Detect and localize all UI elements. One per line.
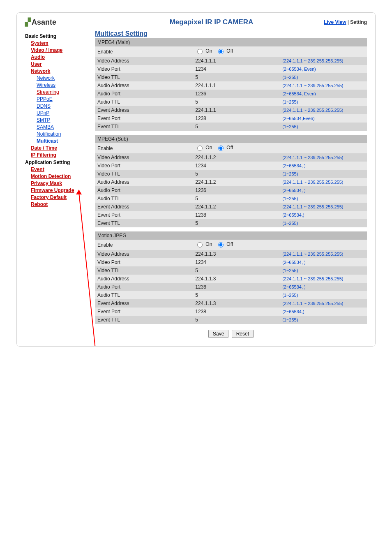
nav-firmware-upgrade[interactable]: Firmware Upgrade — [31, 187, 95, 193]
row-label: Video TTL — [95, 73, 193, 81]
logo-text: Asante — [32, 18, 56, 26]
row-label: Video TTL — [95, 266, 193, 275]
nav-audio[interactable]: Audio — [31, 54, 95, 60]
row-hint: (1~255) — [280, 219, 367, 227]
enable-on-radio[interactable] — [197, 49, 203, 54]
row-hint: (224.1.1.1 ~ 239.255.255.255) — [280, 106, 367, 114]
table-row: Event TTL5(1~255) — [95, 123, 367, 131]
row-value: 224.1.1.3 — [193, 299, 280, 308]
nav-pppoe[interactable]: PPPoE — [37, 96, 95, 102]
row-label: Audio Port — [95, 90, 193, 98]
nav-ip-filtering[interactable]: IP Filtering — [31, 152, 95, 158]
nav-smtp[interactable]: SMTP — [37, 117, 95, 123]
off-label: Off — [226, 48, 233, 54]
row-label: Event TTL — [95, 219, 193, 227]
enable-on-radio[interactable] — [197, 146, 203, 151]
save-button[interactable]: Save — [208, 330, 228, 338]
page-title: Megapixel IR IP CAMERA — [99, 18, 324, 26]
nav-network-sub[interactable]: Network — [37, 75, 95, 81]
table-row: Video TTL5(1~255) — [95, 266, 367, 275]
table-row: Audio Port1236(2~65534, ) — [95, 186, 367, 194]
enable-off-radio[interactable] — [218, 49, 224, 54]
row-value: 1234 — [193, 65, 280, 73]
row-hint: (224.1.1.1 ~ 239.255.255.255) — [280, 250, 367, 258]
settings-table: EnableOnOffVideo Address224.1.1.2(224.1.… — [95, 143, 367, 227]
row-value: 224.1.1.3 — [193, 250, 280, 258]
row-hint: (224.1.1.1 ~ 239.255.255.255) — [280, 153, 367, 162]
header: ▞Asante Megapixel IR IP CAMERA Live View… — [17, 13, 375, 30]
row-label: Video TTL — [95, 170, 193, 178]
reset-button[interactable]: Reset — [232, 330, 254, 338]
row-label: Event TTL — [95, 123, 193, 131]
nav-wireless[interactable]: Wireless — [37, 82, 95, 88]
row-value: 5 — [193, 170, 280, 178]
row-label: Audio Address — [95, 178, 193, 186]
basic-setting-head: Basic Setting — [25, 33, 95, 39]
table-row: Audio Address224.1.1.1(224.1.1.1 ~ 239.2… — [95, 81, 367, 90]
row-label: Event TTL — [95, 316, 193, 324]
content: Multicast Setting MPEG4 (Main)EnableOnOf… — [95, 30, 374, 338]
row-label: Video Address — [95, 57, 193, 65]
annotation-arrow-head — [76, 190, 82, 194]
nav-date-time[interactable]: Date / Time — [31, 145, 95, 151]
row-value: 1238 — [193, 308, 280, 316]
row-hint: (2~65534, ) — [280, 186, 367, 194]
on-label: On — [205, 241, 212, 247]
enable-on-radio[interactable] — [197, 242, 203, 247]
nav-notification[interactable]: Notification — [37, 131, 95, 137]
nav-event[interactable]: Event — [31, 166, 95, 172]
nav-streaming[interactable]: Streaming — [37, 89, 95, 95]
row-label: Audio Address — [95, 81, 193, 90]
nav-samba[interactable]: SAMBA — [37, 124, 95, 130]
nav-reboot[interactable]: Reboot — [31, 201, 95, 207]
row-hint: (1~255) — [280, 194, 367, 203]
table-row: EnableOnOff — [95, 46, 367, 57]
row-label: Event Address — [95, 299, 193, 308]
nav-motion-detection[interactable]: Motion Detection — [31, 173, 95, 179]
row-label: Audio Port — [95, 283, 193, 291]
row-label: Audio TTL — [95, 291, 193, 299]
table-row: Video TTL5(1~255) — [95, 170, 367, 178]
top-links: Live View | Setting — [324, 19, 367, 25]
off-label: Off — [226, 241, 233, 247]
on-label: On — [205, 48, 212, 54]
row-label: Video Port — [95, 65, 193, 73]
nav-upnp[interactable]: UPnP — [37, 110, 95, 116]
nav-video-image[interactable]: Video / Image — [31, 47, 95, 53]
row-label: Event Address — [95, 203, 193, 211]
nav-privacy-mask[interactable]: Privacy Mask — [31, 180, 95, 186]
row-label: Video Port — [95, 162, 193, 170]
row-value: 224.1.1.2 — [193, 203, 280, 211]
row-value: 224.1.1.3 — [193, 275, 280, 283]
logo-icon: ▞ — [25, 18, 31, 26]
row-value: 224.1.1.2 — [193, 153, 280, 162]
enable-off-radio[interactable] — [218, 242, 224, 247]
table-row: Video Port1234(2~65534, ) — [95, 162, 367, 170]
row-value: 5 — [193, 291, 280, 299]
row-value: 5 — [193, 98, 280, 106]
nav-system[interactable]: System — [31, 40, 95, 46]
row-hint: (2~65534,Even) — [280, 114, 367, 123]
enable-off-radio[interactable] — [218, 146, 224, 151]
live-view-link[interactable]: Live View — [324, 19, 346, 25]
row-value: 1234 — [193, 258, 280, 266]
row-label: Enable — [95, 46, 193, 57]
on-label: On — [205, 145, 212, 150]
row-value: OnOff — [193, 240, 280, 250]
row-hint: (2~65534, ) — [280, 283, 367, 291]
row-hint: (2~65534, ) — [280, 162, 367, 170]
nav-network[interactable]: Network — [31, 68, 95, 74]
table-row: Video Address224.1.1.3(224.1.1.1 ~ 239.2… — [95, 250, 367, 258]
nav-ddns[interactable]: DDNS — [37, 103, 95, 109]
separator: | — [346, 19, 350, 25]
row-label: Enable — [95, 143, 193, 153]
sidebar: Basic Setting System Video / Image Audio… — [25, 30, 95, 338]
row-hint: (1~255) — [280, 98, 367, 106]
settings-table: EnableOnOffVideo Address224.1.1.3(224.1.… — [95, 240, 367, 324]
nav-user[interactable]: User — [31, 61, 95, 67]
nav-factory-default[interactable]: Factory Default — [31, 194, 95, 200]
off-label: Off — [226, 145, 233, 150]
nav-multicast[interactable]: Multicast — [37, 138, 95, 144]
row-label: Audio Port — [95, 186, 193, 194]
table-row: Audio Port1236(2~65534, Even) — [95, 90, 367, 98]
